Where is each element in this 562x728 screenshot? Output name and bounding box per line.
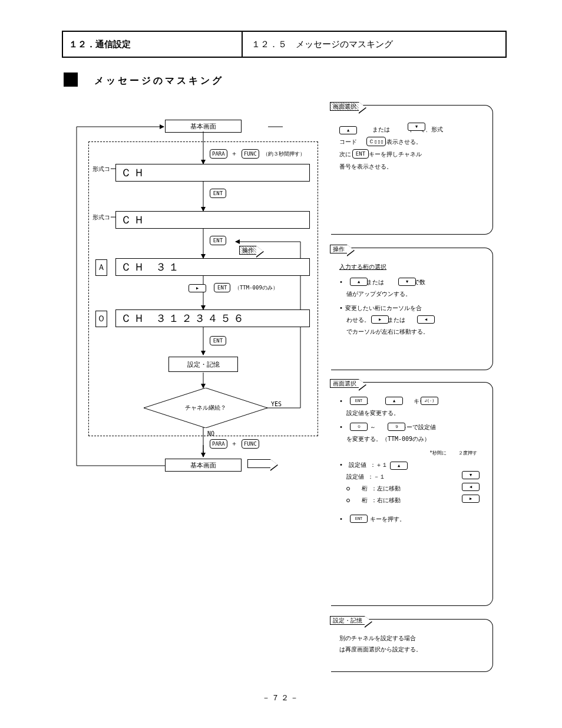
pc-li4a: 桁 ：右に移動 (356, 497, 401, 503)
pb-b2: 変更したい桁にカーソルを合 (339, 302, 487, 314)
diamond-label: チャネル継続？ (144, 404, 267, 412)
pa-dn: ▼ (408, 123, 425, 131)
pb-r: ▶ (371, 315, 389, 324)
panel-c-tag-wrap: 画面選択 (330, 380, 359, 388)
pc-li2: 設定値 ：－１ ▼ (339, 471, 487, 483)
section-marker (64, 73, 78, 87)
header-frame: １２．通信設定 １２．５ メッセージのマスキング (62, 31, 507, 58)
pc-li2a: 設定値 ：－１ (346, 473, 403, 480)
pc-inc0: ▲ (385, 397, 403, 405)
panel-c: 、 、 キーで ENT ▲ ↲(-) 設定値を変更する。 ～ キーで設定値 ０ … (331, 382, 493, 606)
panel-c-text: 、 、 キーで ENT ▲ ↲(-) 設定値を変更する。 ～ キーで設定値 ０ … (339, 396, 487, 525)
key-ent-1: ENT (210, 189, 226, 198)
pb-title: 入力する桁の選択 (339, 261, 487, 273)
pb-b2x: わせる。 または キー ▶ ◀ (339, 314, 487, 326)
key-func-2-label: FUNC (244, 441, 257, 447)
pa-code: Ｃ▯▯▯ (366, 137, 386, 146)
panel-a: ▲ または キーで、形式 コード を表示させる。 ▼ Ｃ▯▯▯ 次に キーを押し… (331, 105, 493, 235)
pc-li-wrap: 設定値 ：＋１ ▲ (349, 462, 405, 468)
panel-c-tag: 画面選択 (330, 379, 359, 388)
pc-li3a: 桁 ：左に移動 (356, 485, 401, 492)
flow-basic-bottom: 基本画面 (165, 459, 242, 472)
panel-b-tag-label: 操作 (333, 246, 345, 252)
plus-2: ＋ (231, 440, 237, 447)
section-title: メッセージのマスキング (82, 75, 224, 87)
ent-4: ENT (210, 336, 226, 345)
pc-inc: ▲ (390, 462, 408, 470)
panel-a-tag: 画面選択 (330, 102, 359, 111)
pd-2: は再度画面選択から設定する。 (339, 644, 487, 655)
key-ent-3-label: ENT (217, 285, 227, 291)
pc-li3: 桁 ：左に移動 ◀ (339, 483, 487, 495)
key-para-2-label: PARA (212, 441, 225, 447)
key-ent-3: ENT (214, 283, 230, 292)
key-func-label: FUNC (244, 151, 257, 157)
panel-d-tag: 設定・記憶 (330, 616, 365, 625)
display-4: ＣＨ ３１２３４５６ (115, 309, 310, 327)
ent-1: ENT (210, 189, 226, 198)
pc-note1: *秒間に (429, 449, 447, 458)
bottom-tag-wrap (247, 460, 271, 468)
ent-2: ENT (210, 236, 226, 245)
pc-1b: 設定値を変更する。 (339, 407, 487, 419)
pc-dec: ▼ (462, 471, 480, 479)
key-ent-1-label: ENT (213, 190, 223, 196)
bottom-tag (247, 459, 271, 468)
pc-3: キーを押す。 ENT (339, 513, 487, 525)
panel-d-tag-wrap: 設定・記憶 (330, 617, 365, 625)
key-para-label: PARA (212, 151, 225, 157)
action-tag-label: 操作 (242, 247, 254, 253)
pa-l1c: 次に キーを押しチャネル (339, 151, 422, 157)
pa-up: ▲ (339, 126, 357, 134)
pa-ent: ENT (352, 149, 369, 159)
display-3: ＣＨ ３１ (115, 258, 310, 276)
pb-b1: または キーで数 ▲ ▼ (339, 276, 487, 288)
pc-ent: ENT (350, 397, 368, 405)
pc-sp: ↲(-) (421, 397, 438, 405)
combo-keys-1: PARA ＋ FUNC （約３秒間押す） (210, 149, 305, 159)
pc-ent2: ENT (350, 515, 368, 523)
flow-basic-top: 基本画面 (165, 120, 242, 133)
pb-b2c: でカーソルが左右に移動する。 (339, 326, 487, 338)
panel-b-tag: 操作 (330, 245, 348, 253)
header-left: １２．通信設定 (63, 32, 243, 57)
action-tag-wrap: 操作 (239, 246, 257, 255)
set-store-box: 設定・記憶 (168, 357, 238, 372)
action-tag: 操作 (239, 246, 257, 255)
page-number: －７２－ (0, 693, 562, 703)
key-func: FUNC (242, 149, 259, 159)
note-3: （TTM-009のみ） (234, 285, 278, 291)
panel-c-tag-label: 画面選択 (333, 380, 356, 387)
pc-1: 、 、 キーで ENT ▲ ↲(-) (339, 396, 487, 407)
pd-1: 別のチャネルを設定する場合 (339, 633, 487, 644)
panel-b: 入力する桁の選択 または キーで数 ▲ ▼ 値がアップダウンする。 変更したい桁… (331, 248, 493, 370)
pc-li-head: 設定値 ：＋１ ▲ (339, 459, 487, 471)
diamond-wrap: チャネル継続？ (144, 388, 267, 428)
key-ent-2: ENT (210, 236, 226, 245)
combo-keys-2: PARA ＋ FUNC (210, 439, 259, 449)
pc-kr: ▶ (462, 495, 480, 503)
yes-label: YES (271, 401, 282, 407)
pb-up: ▲ (350, 278, 368, 286)
box-a: Ａ (95, 259, 107, 276)
key-right-3: ▶ (189, 284, 206, 292)
pa-l2: 次に キーを押しチャネル ENT (339, 148, 487, 160)
panel-b-tag-wrap: 操作 (330, 245, 348, 253)
pa-l1d: 番号を表示させる。 (339, 160, 487, 173)
panel-b-text: 入力する桁の選択 または キーで数 ▲ ▼ 値がアップダウンする。 変更したい桁… (339, 261, 487, 338)
header-right: １２．５ メッセージのマスキング (252, 39, 393, 50)
pa-l1x: コード を表示させる。 ▼ Ｃ▯▯▯ (339, 136, 487, 148)
panel-d: 別のチャネルを設定する場合 は再度画面選択から設定する。 (331, 619, 493, 672)
pc-2: ～ キーで設定値 ０ ９ (339, 421, 487, 433)
pc-n9: ９ (388, 423, 405, 431)
pc-li4: 桁 ：右に移動 ▶ (339, 495, 487, 506)
pb-b1b: 値がアップダウンする。 (339, 288, 487, 300)
display-2: ＣＨ (115, 211, 310, 229)
display-1: ＣＨ (115, 164, 310, 182)
key-para: PARA (210, 149, 227, 159)
pc-n0: ０ (350, 423, 368, 431)
no-label: NO (207, 430, 214, 437)
right-ent-3: ▶ ENT （TTM-009のみ） (189, 283, 278, 292)
combo-note: （約３秒間押す） (263, 151, 305, 157)
key-para-2: PARA (210, 439, 227, 449)
